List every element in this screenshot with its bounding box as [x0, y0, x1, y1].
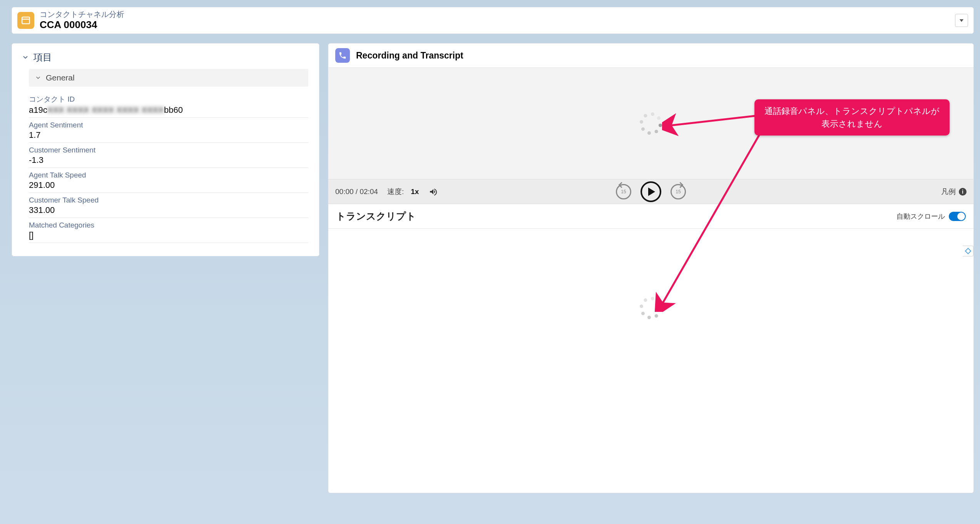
skip-back-icon: 15	[616, 184, 631, 199]
field-matched-categories: Matched Categories []	[29, 220, 308, 243]
loading-spinner-icon	[641, 114, 661, 134]
field-label: コンタクト ID	[29, 94, 308, 104]
field-label: Agent Sentiment	[29, 121, 308, 129]
player-speed-label: 速度:	[387, 187, 404, 197]
field-contact-id: コンタクト ID a19cXXX XXXX XXXX XXXX XXXXbb60	[29, 94, 308, 118]
transcript-header: トランスクリプト 自動スクロール	[328, 204, 973, 229]
general-group-label: General	[46, 73, 75, 82]
chevron-down-icon	[35, 75, 41, 81]
field-agent-talk-speed: Agent Talk Speed 291.00	[29, 170, 308, 193]
field-customer-sentiment: Customer Sentiment -1.3	[29, 145, 308, 168]
skip-forward-icon: 15	[671, 184, 686, 199]
legend-label: 凡例	[941, 187, 956, 197]
field-value: []	[29, 229, 308, 240]
autoscroll-label: 自動スクロール	[896, 212, 945, 221]
field-customer-talk-speed: Customer Talk Speed 331.00	[29, 195, 308, 218]
field-agent-sentiment: Agent Sentiment 1.7	[29, 120, 308, 143]
field-value: a19cXXX XXXX XXXX XXXX XXXXbb60	[29, 104, 308, 115]
general-group-toggle[interactable]: General	[29, 69, 308, 87]
loading-spinner-icon	[641, 298, 661, 318]
phone-icon	[335, 48, 350, 63]
panel-title: Recording and Transcript	[356, 50, 463, 61]
record-header: コンタクトチャネル分析 CCA 000034	[12, 7, 974, 34]
field-label: Matched Categories	[29, 221, 308, 229]
info-icon: i	[959, 188, 967, 196]
field-value: -1.3	[29, 154, 308, 165]
fields-panel: 項目 General コンタクト ID a19cXXX XXXX XXXX XX…	[12, 43, 319, 256]
diamond-icon	[965, 248, 971, 254]
callout-line-2: 表示されません	[764, 117, 940, 130]
skip-forward-button[interactable]: 15	[671, 184, 686, 199]
record-title: CCA 000034	[40, 19, 124, 31]
player-bar: 00:00 / 02:04 速度: 1x 15 15 凡例 i	[328, 179, 973, 204]
player-time: 00:00 / 02:04	[335, 188, 378, 196]
panel-header: Recording and Transcript	[328, 44, 973, 68]
volume-button[interactable]	[426, 184, 441, 199]
skip-back-button[interactable]: 15	[616, 184, 631, 199]
chevron-down-icon	[22, 54, 29, 61]
record-actions-menu-button[interactable]	[955, 14, 968, 27]
record-icon	[17, 12, 34, 29]
play-button[interactable]	[641, 181, 661, 202]
fields-section-title: 項目	[33, 51, 52, 64]
field-value: 331.00	[29, 204, 308, 215]
annotation-callout: 通話録音パネル、トランスクリプトパネルが 表示されません	[754, 99, 950, 136]
fields-section-toggle[interactable]: 項目	[19, 50, 312, 69]
callout-line-1: 通話録音パネル、トランスクリプトパネルが	[764, 105, 940, 117]
transcript-body	[328, 229, 973, 493]
field-label: Agent Talk Speed	[29, 171, 308, 179]
field-value: 1.7	[29, 129, 308, 140]
expand-handle[interactable]	[963, 246, 973, 256]
player-speed-value[interactable]: 1x	[411, 188, 419, 196]
autoscroll-toggle[interactable]	[949, 212, 966, 221]
svg-rect-0	[22, 17, 30, 23]
field-label: Customer Talk Speed	[29, 196, 308, 204]
play-icon	[648, 188, 655, 196]
chevron-down-icon	[960, 19, 963, 22]
legend-toggle[interactable]: 凡例 i	[941, 187, 967, 197]
field-value: 291.00	[29, 179, 308, 190]
record-subtitle: コンタクトチャネル分析	[40, 10, 124, 19]
field-label: Customer Sentiment	[29, 146, 308, 154]
transcript-title: トランスクリプト	[336, 210, 416, 223]
